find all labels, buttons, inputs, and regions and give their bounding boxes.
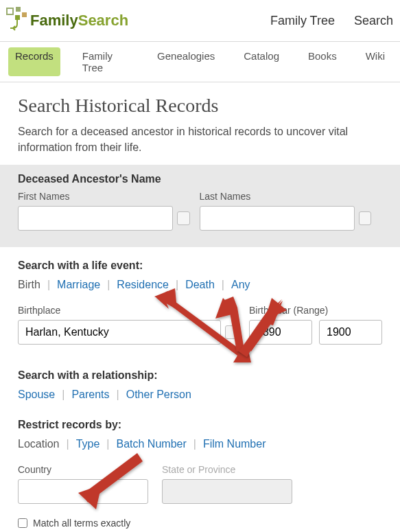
page-title: Search Historical Records: [18, 95, 382, 117]
first-names-input[interactable]: [18, 206, 173, 231]
header: FamilySearch Family Tree Search: [0, 0, 400, 42]
tab-catalog[interactable]: Catalog: [237, 47, 286, 76]
top-nav: Family Tree Search: [270, 14, 393, 28]
country-label: Country: [18, 464, 148, 475]
svg-rect-3: [15, 15, 20, 20]
life-event-links: Birth | Marriage | Residence | Death | A…: [18, 279, 382, 291]
tree-icon: [5, 7, 27, 34]
life-event-heading: Search with a life event:: [18, 259, 382, 272]
match-exact-checkbox[interactable]: [18, 518, 27, 528]
birthplace-input[interactable]: [18, 320, 221, 345]
restrict-location[interactable]: Location: [18, 438, 60, 450]
relationship-other[interactable]: Other Person: [126, 389, 191, 401]
tab-family-tree[interactable]: Family Tree: [75, 47, 135, 76]
nav-search[interactable]: Search: [354, 14, 393, 28]
relationship-links: Spouse | Parents | Other Person: [18, 389, 382, 401]
last-names-input[interactable]: [200, 206, 355, 231]
birth-year-label: Birth Year (Range): [249, 305, 382, 316]
last-names-exact-checkbox[interactable]: [359, 211, 371, 225]
restrict-links: Location | Type | Batch Number | Film Nu…: [18, 438, 382, 450]
tab-records[interactable]: Records: [8, 47, 60, 76]
restrict-batch[interactable]: Batch Number: [117, 438, 187, 450]
tab-genealogies[interactable]: Genealogies: [150, 47, 222, 76]
life-event-marriage[interactable]: Marriage: [57, 279, 100, 291]
restrict-film[interactable]: Film Number: [203, 438, 266, 450]
name-section: Deceased Ancestor's Name First Names Las…: [0, 165, 400, 247]
svg-rect-0: [7, 8, 13, 14]
svg-rect-2: [22, 12, 27, 17]
country-input[interactable]: [18, 479, 148, 504]
relationship-parents[interactable]: Parents: [71, 389, 109, 401]
state-input[interactable]: [162, 479, 292, 504]
state-label: State or Province: [162, 464, 292, 475]
birthplace-exact-checkbox[interactable]: [225, 325, 238, 339]
life-event-birth[interactable]: Birth: [18, 279, 40, 291]
logo[interactable]: FamilySearch: [5, 7, 128, 34]
relationship-spouse[interactable]: Spouse: [18, 389, 55, 401]
life-event-death[interactable]: Death: [185, 279, 215, 291]
relationship-heading: Search with a relationship:: [18, 369, 382, 382]
logo-text: FamilySearch: [30, 12, 128, 30]
nav-family-tree[interactable]: Family Tree: [270, 14, 335, 28]
restrict-type[interactable]: Type: [76, 438, 100, 450]
content: Search Historical Records Search for a d…: [0, 82, 400, 532]
birth-year-from-input[interactable]: [249, 320, 312, 345]
life-event-any[interactable]: Any: [231, 279, 250, 291]
subnav-tabs: Records Family Tree Genealogies Catalog …: [0, 42, 400, 82]
birth-year-to-input[interactable]: [319, 320, 382, 345]
life-event-residence[interactable]: Residence: [117, 279, 169, 291]
tab-books[interactable]: Books: [301, 47, 344, 76]
last-names-label: Last Names: [200, 191, 372, 202]
tab-wiki[interactable]: Wiki: [359, 47, 392, 76]
svg-rect-1: [16, 7, 21, 12]
page-intro: Search for a deceased ancestor in histor…: [18, 124, 382, 155]
match-exact-label: Match all terms exactly: [33, 518, 130, 529]
birthplace-label: Birthplace: [18, 305, 238, 316]
name-heading: Deceased Ancestor's Name: [18, 173, 371, 185]
first-names-label: First Names: [18, 191, 190, 202]
restrict-heading: Restrict records by:: [18, 419, 382, 431]
first-names-exact-checkbox[interactable]: [177, 211, 189, 225]
